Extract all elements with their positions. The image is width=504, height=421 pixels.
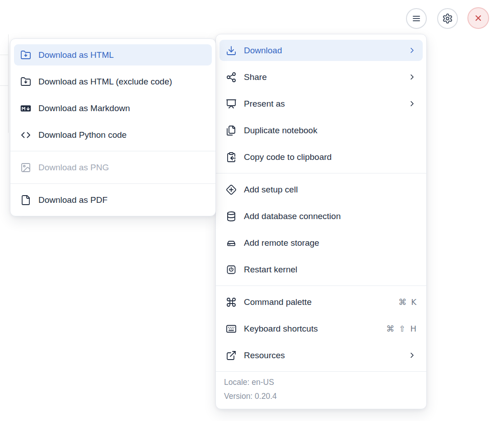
- menu-separator: [216, 285, 426, 286]
- menu-item-download-as-png: Download as PNG: [14, 157, 212, 178]
- chevron-right-icon: [408, 351, 416, 360]
- version-text: Version: 0.20.4: [224, 389, 418, 403]
- close-button[interactable]: [467, 7, 489, 29]
- close-icon: [473, 13, 484, 23]
- background-divider: [0, 55, 9, 55]
- menu-item-download-python-code[interactable]: Download Python code: [14, 124, 212, 145]
- menu-item-label: Download as PDF: [38, 195, 205, 205]
- menu-item-keyboard-shortcuts[interactable]: Keyboard shortcuts⌘⇧H: [219, 318, 423, 339]
- menu-item-label: Share: [244, 72, 408, 82]
- menu-item-download-as-html-exclude-code[interactable]: Download as HTML (exclude code): [14, 71, 212, 92]
- menu-item-label: Copy code to clipboard: [244, 152, 416, 162]
- menu-item-share[interactable]: Share: [219, 66, 423, 88]
- menu-item-command-palette[interactable]: Command palette⌘K: [219, 291, 423, 313]
- menu-item-label: Download as PNG: [38, 163, 205, 173]
- folder-down-icon: [20, 76, 31, 87]
- menu-item-label: Add setup cell: [244, 185, 416, 195]
- menu-item-add-setup-cell[interactable]: Add setup cell: [219, 179, 423, 200]
- menu-item-label: Download as Markdown: [38, 103, 205, 113]
- menu-item-label: Command palette: [244, 297, 398, 307]
- background-divider: [0, 85, 9, 86]
- image-icon: [20, 162, 31, 173]
- shortcut-key: K: [411, 297, 416, 307]
- menu-separator: [216, 173, 426, 173]
- chevron-right-icon: [408, 46, 416, 55]
- menu-item-label: Duplicate notebook: [244, 126, 416, 136]
- markdown-icon: [20, 103, 31, 114]
- main-menu-list: DownloadSharePresent asDuplicate noteboo…: [216, 34, 426, 371]
- chevron-right-icon: [408, 73, 416, 81]
- download-submenu-list: Download as HTMLDownload as HTML (exclud…: [10, 39, 215, 216]
- presentation-icon: [226, 98, 237, 109]
- shortcut-key: H: [410, 324, 416, 333]
- menu-item-label: Keyboard shortcuts: [244, 324, 386, 334]
- external-link-icon: [226, 350, 237, 361]
- menu-button[interactable]: [406, 8, 427, 29]
- shortcut-hint: ⌘K: [398, 297, 416, 307]
- menu-item-resources[interactable]: Resources: [219, 345, 423, 366]
- clipboard-copy-icon: [226, 152, 237, 163]
- menu-item-duplicate-notebook[interactable]: Duplicate notebook: [219, 120, 423, 141]
- menu-item-add-database-connection[interactable]: Add database connection: [219, 206, 423, 227]
- menu-item-label: Download Python code: [38, 130, 205, 140]
- menu-item-label: Download as HTML (exclude code): [38, 77, 205, 87]
- file-icon: [20, 195, 31, 206]
- menu-item-label: Restart kernel: [244, 265, 416, 275]
- background-divider: [8, 34, 9, 133]
- menu-item-download[interactable]: Download: [219, 40, 423, 61]
- menu-item-label: Download: [244, 46, 408, 56]
- settings-button[interactable]: [437, 8, 458, 29]
- gear-icon: [442, 13, 453, 24]
- chevron-right-icon: [408, 99, 416, 108]
- menu-item-label: Add database connection: [244, 211, 416, 221]
- download-icon: [226, 45, 237, 56]
- menu-item-label: Present as: [244, 99, 408, 109]
- hamburger-icon: [411, 13, 422, 24]
- hard-drive-icon: [226, 238, 237, 248]
- code-icon: [20, 130, 31, 140]
- shortcut-key: ⌘: [398, 297, 406, 307]
- power-icon: [226, 264, 237, 275]
- menu-item-restart-kernel[interactable]: Restart kernel: [219, 259, 423, 280]
- menu-item-download-as-markdown[interactable]: Download as Markdown: [14, 98, 212, 119]
- folder-down-icon: [20, 50, 31, 61]
- duplicate-icon: [226, 125, 237, 136]
- menu-item-label: Resources: [244, 351, 408, 360]
- download-submenu-panel: Download as HTMLDownload as HTML (exclud…: [10, 38, 216, 216]
- menu-item-add-remote-storage[interactable]: Add remote storage: [219, 232, 423, 253]
- menu-footer: Locale: en-US Version: 0.20.4: [216, 371, 426, 409]
- locale-text: Locale: en-US: [224, 375, 418, 389]
- menu-item-label: Add remote storage: [244, 238, 416, 248]
- shortcut-key: ⇧: [399, 324, 406, 333]
- diamond-plus-icon: [226, 184, 237, 195]
- shortcut-hint: ⌘⇧H: [386, 324, 416, 333]
- keyboard-icon: [226, 323, 237, 334]
- menu-separator: [10, 151, 215, 151]
- share-icon: [226, 72, 237, 83]
- menu-item-download-as-pdf[interactable]: Download as PDF: [14, 189, 212, 210]
- menu-separator: [10, 183, 215, 184]
- menu-item-copy-code-to-clipboard[interactable]: Copy code to clipboard: [219, 146, 423, 168]
- menu-item-download-as-html[interactable]: Download as HTML: [14, 44, 212, 65]
- database-icon: [226, 211, 237, 222]
- menu-item-present-as[interactable]: Present as: [219, 93, 423, 114]
- main-menu-panel: DownloadSharePresent asDuplicate noteboo…: [215, 34, 427, 409]
- command-icon: [226, 297, 237, 308]
- shortcut-key: ⌘: [386, 324, 394, 333]
- menu-item-label: Download as HTML: [38, 50, 205, 60]
